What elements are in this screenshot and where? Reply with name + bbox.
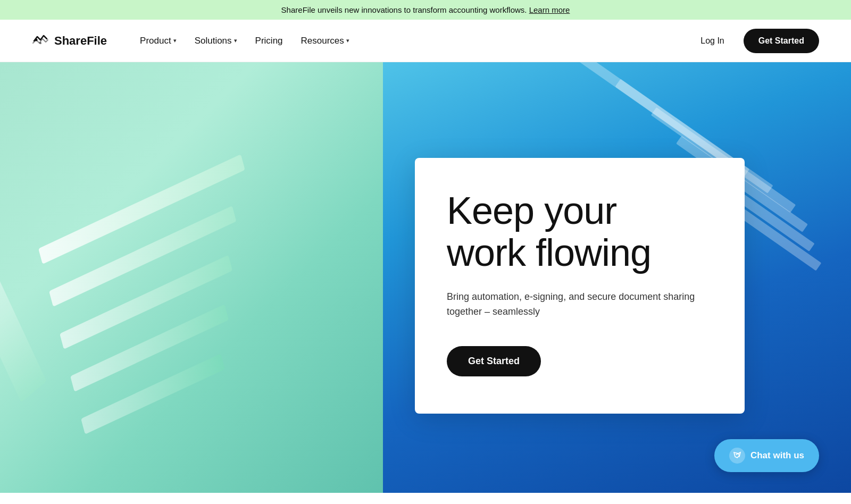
navbar: ShareFile Product ▾ Solutions ▾ Pricing … xyxy=(0,20,851,62)
logo[interactable]: ShareFile xyxy=(32,32,107,49)
chevron-down-icon: ▾ xyxy=(346,37,349,44)
sharefile-logo-icon xyxy=(32,32,49,49)
chevron-down-icon: ▾ xyxy=(173,37,177,44)
hero-subtitle: Bring automation, e-signing, and secure … xyxy=(447,290,713,320)
announcement-link[interactable]: Learn more xyxy=(529,5,570,14)
chat-label: Chat with us xyxy=(750,450,804,461)
nav-item-resources[interactable]: Resources ▾ xyxy=(295,31,356,51)
logo-text: ShareFile xyxy=(54,34,107,48)
nav-pricing-label: Pricing xyxy=(255,36,283,46)
hero-section: Keep your work flowing Bring automation,… xyxy=(0,62,851,493)
nav-solutions-label: Solutions xyxy=(195,36,232,46)
hero-title: Keep your work flowing xyxy=(447,190,713,274)
nav-item-solutions[interactable]: Solutions ▾ xyxy=(188,31,244,51)
svg-point-1 xyxy=(39,42,41,44)
folder-shape-3 xyxy=(60,255,232,349)
chat-button[interactable]: Chat with us xyxy=(714,439,819,472)
hero-title-line1: Keep your xyxy=(447,189,616,232)
announcement-banner: ShareFile unveils new innovations to tra… xyxy=(0,0,851,20)
get-started-nav-button[interactable]: Get Started xyxy=(744,29,819,53)
get-started-hero-button[interactable]: Get Started xyxy=(447,346,541,376)
chat-svg-icon xyxy=(733,451,741,460)
svg-point-0 xyxy=(35,38,38,41)
announcement-text: ShareFile unveils new innovations to tra… xyxy=(281,5,527,14)
hero-title-line2: work flowing xyxy=(447,231,651,274)
nav-product-label: Product xyxy=(140,36,171,46)
navbar-right: Log In Get Started xyxy=(692,29,819,53)
nav-links: Product ▾ Solutions ▾ Pricing Resources … xyxy=(134,31,356,51)
folder-shapes-decoration xyxy=(0,142,372,493)
hero-card: Keep your work flowing Bring automation,… xyxy=(415,158,745,414)
navbar-left: ShareFile Product ▾ Solutions ▾ Pricing … xyxy=(32,31,356,51)
folder-shape-2 xyxy=(49,206,236,307)
nav-item-pricing[interactable]: Pricing xyxy=(249,31,289,51)
nav-resources-label: Resources xyxy=(301,36,344,46)
chevron-down-icon: ▾ xyxy=(234,37,237,44)
nav-item-product[interactable]: Product ▾ xyxy=(134,31,183,51)
login-button[interactable]: Log In xyxy=(692,32,732,50)
folder-shape-side xyxy=(0,275,47,402)
chat-icon xyxy=(729,448,745,464)
